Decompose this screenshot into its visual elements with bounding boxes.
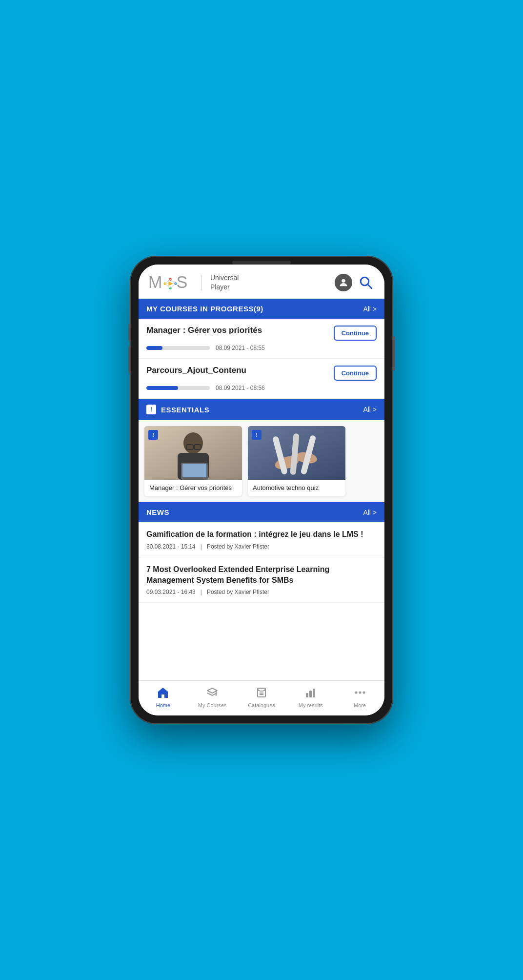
svg-line-13 bbox=[367, 284, 371, 288]
svg-text:M: M bbox=[148, 273, 162, 291]
svg-point-16 bbox=[183, 432, 203, 454]
svg-rect-36 bbox=[313, 689, 315, 697]
course-item-1: Manager : Gérer vos priorités Continue 0… bbox=[139, 319, 384, 359]
news-author-1: Posted by Xavier Pfister bbox=[207, 543, 269, 550]
phone-frame: M S Universal bbox=[130, 256, 393, 724]
news-title-2: 7 Most Overlooked Extended Enterprise Le… bbox=[146, 564, 377, 586]
essentials-badge: ! bbox=[146, 405, 156, 414]
course-title-2: Parcours_Ajout_Contenu bbox=[146, 366, 329, 375]
news-date-1: 30.08.2021 - 15:14 bbox=[146, 543, 196, 550]
app-header: M S Universal bbox=[139, 265, 384, 299]
continue-button-2[interactable]: Continue bbox=[334, 366, 377, 381]
progress-bar-1 bbox=[146, 346, 210, 350]
more-icon bbox=[354, 686, 366, 701]
nav-more[interactable]: More bbox=[335, 681, 384, 715]
volume-button-1 bbox=[128, 324, 130, 341]
nav-more-label: More bbox=[354, 702, 366, 708]
mos-logo-icon: M S bbox=[148, 271, 192, 293]
phone-notch bbox=[232, 261, 291, 265]
news-item-1[interactable]: Gamification de la formation : intégrez … bbox=[139, 522, 384, 557]
logo-area: M S Universal bbox=[148, 271, 239, 293]
bottom-nav: Home My Courses bbox=[139, 680, 384, 715]
courses-section-header: MY COURSES IN PROGRESS(9) All > bbox=[139, 299, 384, 319]
essential-badge-2: ! bbox=[252, 430, 262, 440]
course-title-1: Manager : Gérer vos priorités bbox=[146, 326, 329, 335]
svg-point-11 bbox=[342, 279, 345, 282]
my-courses-icon bbox=[206, 686, 219, 701]
search-icon[interactable] bbox=[357, 274, 375, 291]
essential-badge-1: ! bbox=[148, 430, 158, 440]
svg-rect-35 bbox=[309, 691, 312, 697]
course-item-2: Parcours_Ajout_Contenu Continue 08.09.20… bbox=[139, 359, 384, 399]
news-all-link[interactable]: All > bbox=[363, 509, 377, 516]
nav-my-results[interactable]: My results bbox=[286, 681, 335, 715]
news-section-header: NEWS All > bbox=[139, 502, 384, 522]
news-meta-1: 30.08.2021 - 15:14 | Posted by Xavier Pf… bbox=[146, 543, 377, 550]
svg-point-39 bbox=[362, 692, 365, 694]
svg-point-30 bbox=[216, 694, 217, 696]
essential-card-img-2: ! bbox=[248, 426, 345, 480]
scroll-content: MY COURSES IN PROGRESS(9) All > Manager … bbox=[139, 299, 384, 680]
svg-marker-9 bbox=[168, 282, 173, 286]
nav-my-courses[interactable]: My Courses bbox=[188, 681, 237, 715]
home-icon bbox=[157, 686, 169, 701]
course-date-1: 08.09.2021 - 08:55 bbox=[216, 345, 265, 351]
courses-section-title: MY COURSES IN PROGRESS(9) bbox=[146, 305, 263, 313]
course-date-2: 08.09.2021 - 08:56 bbox=[216, 385, 265, 391]
my-results-icon bbox=[304, 686, 317, 701]
nav-my-results-label: My results bbox=[299, 702, 323, 708]
essentials-section-header: ! ESSENTIALS All > bbox=[139, 399, 384, 420]
essential-card-label-1: Manager : Gérer vos priorités bbox=[144, 480, 242, 496]
nav-my-courses-label: My Courses bbox=[198, 702, 227, 708]
user-icon[interactable] bbox=[335, 274, 352, 291]
catalogues-icon bbox=[255, 686, 268, 701]
news-title-1: Gamification de la formation : intégrez … bbox=[146, 529, 377, 540]
news-author-2: Posted by Xavier Pfister bbox=[207, 589, 269, 595]
news-meta-2: 09.03.2021 - 16:43 | Posted by Xavier Pf… bbox=[146, 589, 377, 595]
essential-card-img-1: ! bbox=[144, 426, 242, 480]
progress-fill-2 bbox=[146, 386, 178, 390]
news-section-title: NEWS bbox=[146, 508, 169, 516]
news-item-2[interactable]: 7 Most Overlooked Extended Enterprise Le… bbox=[139, 557, 384, 603]
essentials-all-link[interactable]: All > bbox=[363, 406, 377, 413]
nav-home-label: Home bbox=[156, 702, 170, 708]
header-icons bbox=[335, 274, 375, 291]
svg-text:S: S bbox=[177, 273, 188, 291]
news-date-2: 09.03.2021 - 16:43 bbox=[146, 589, 196, 595]
essential-card-label-2: Automotive techno quiz bbox=[248, 480, 345, 496]
essentials-cards: ! bbox=[139, 420, 384, 502]
power-button bbox=[393, 336, 395, 370]
essential-card-1[interactable]: ! bbox=[144, 426, 242, 496]
volume-button-2 bbox=[128, 346, 130, 373]
essentials-section-title: ESSENTIALS bbox=[161, 406, 209, 414]
nav-home[interactable]: Home bbox=[139, 681, 188, 715]
essential-card-2[interactable]: ! bbox=[248, 426, 345, 496]
continue-button-1[interactable]: Continue bbox=[334, 326, 377, 341]
progress-fill-1 bbox=[146, 346, 162, 350]
progress-bar-2 bbox=[146, 386, 210, 390]
phone-screen: M S Universal bbox=[139, 265, 384, 715]
nav-catalogues-label: Catalogues bbox=[248, 702, 275, 708]
logo-divider bbox=[201, 275, 201, 290]
courses-all-link[interactable]: All > bbox=[363, 305, 377, 313]
svg-rect-22 bbox=[182, 464, 206, 477]
svg-point-38 bbox=[359, 692, 361, 694]
nav-catalogues[interactable]: Catalogues bbox=[237, 681, 286, 715]
svg-point-37 bbox=[355, 692, 357, 694]
logo-tagline: Universal Player bbox=[210, 273, 239, 291]
svg-rect-34 bbox=[306, 693, 308, 697]
